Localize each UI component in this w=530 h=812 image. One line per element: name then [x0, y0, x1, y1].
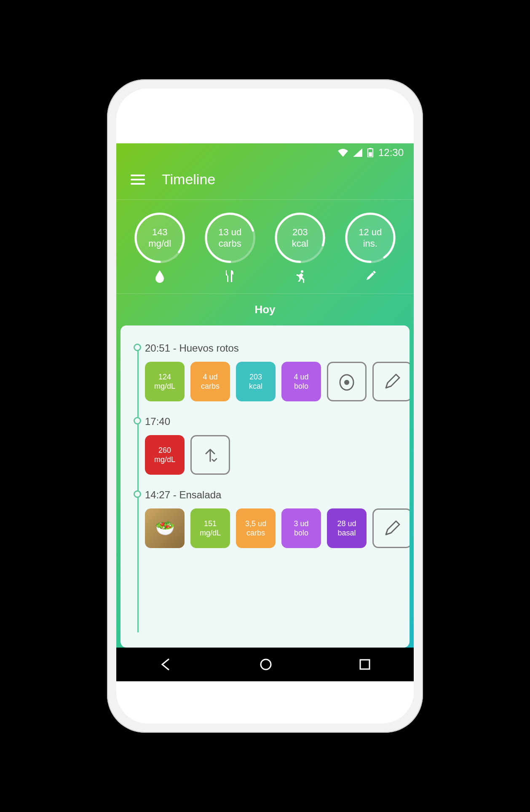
- date-header: Hoy: [116, 294, 414, 325]
- metric-chip[interactable]: 151 mg/dL: [190, 508, 230, 548]
- stat-ring: 12 ud ins.: [345, 212, 396, 263]
- stat-ring: 143 mg/dl: [134, 212, 185, 263]
- fork-knife-icon: [223, 269, 237, 283]
- page-title: Timeline: [162, 171, 215, 188]
- svg-point-9: [344, 380, 349, 385]
- timeline-entry: 14:27 - Ensalada 151 mg/dL 3,5 ud carbs …: [145, 489, 410, 548]
- stat-value: 13 ud: [218, 226, 241, 238]
- chip-value: 3,5 ud: [245, 519, 266, 529]
- stat-item[interactable]: 12 ud ins.: [345, 212, 396, 283]
- stat-unit: mg/dl: [148, 238, 171, 250]
- chip-row: 124 mg/dL 4 ud carbs 203 kcal 4 ud bolo: [145, 362, 410, 401]
- signal-icon: [353, 148, 362, 157]
- chip-unit: carbs: [246, 528, 265, 538]
- stat-unit: carbs: [219, 238, 241, 250]
- food-photo-chip[interactable]: [145, 508, 185, 548]
- metric-chip[interactable]: 3 ud bolo: [281, 508, 321, 548]
- timeline-entry: 20:51 - Huevos rotos 124 mg/dL 4 ud carb…: [145, 342, 410, 401]
- chip-value: 203: [249, 372, 262, 382]
- drop-icon: [153, 269, 167, 283]
- chip-value: 260: [158, 446, 171, 455]
- stats-row: 143 mg/dl 13 ud carbs 203 kcal: [116, 200, 414, 294]
- svg-point-3: [136, 214, 184, 262]
- metric-chip[interactable]: 260 mg/dL: [145, 435, 185, 475]
- svg-rect-2: [369, 148, 372, 149]
- chip-value: 4 ud: [203, 372, 217, 382]
- status-bar: 12:30: [116, 143, 414, 162]
- chip-unit: bolo: [294, 528, 308, 538]
- edit-chip[interactable]: [372, 362, 410, 401]
- stat-unit: ins.: [363, 238, 377, 250]
- svg-point-4: [206, 214, 254, 262]
- home-button[interactable]: [260, 658, 272, 671]
- chip-unit: kcal: [249, 382, 262, 391]
- status-time: 12:30: [378, 147, 404, 159]
- app-bar: Timeline: [116, 162, 414, 200]
- app-screen: 12:30 Timeline 143 mg/dl 13 ud carbs: [116, 143, 414, 681]
- svg-point-6: [301, 270, 303, 273]
- arrow-up-check-chip[interactable]: [190, 435, 230, 475]
- chip-unit: basal: [337, 528, 356, 538]
- syringe-icon: [363, 269, 377, 283]
- chip-value: 124: [158, 372, 171, 382]
- chip-row: 151 mg/dL 3,5 ud carbs 3 ud bolo 28 ud b…: [145, 508, 410, 548]
- timeline-dot: [134, 490, 141, 498]
- stat-unit: kcal: [292, 238, 308, 250]
- chip-unit: mg/dL: [154, 455, 175, 465]
- entry-title: 14:27 - Ensalada: [145, 489, 410, 501]
- chip-unit: mg/dL: [200, 528, 221, 538]
- chip-value: 3 ud: [294, 519, 308, 529]
- egg-chip[interactable]: [327, 362, 367, 401]
- chip-value: 4 ud: [294, 372, 308, 382]
- timeline-dot: [134, 344, 141, 351]
- stat-item[interactable]: 203 kcal: [275, 212, 325, 283]
- battery-icon: [367, 148, 373, 157]
- runner-icon: [293, 269, 307, 283]
- svg-rect-11: [360, 660, 369, 669]
- metric-chip[interactable]: 203 kcal: [236, 362, 276, 401]
- stat-value: 203: [292, 226, 308, 238]
- metric-chip[interactable]: 124 mg/dL: [145, 362, 185, 401]
- edit-chip[interactable]: [372, 508, 410, 548]
- android-navbar: [116, 648, 414, 681]
- metric-chip[interactable]: 3,5 ud carbs: [236, 508, 276, 548]
- entry-title: 20:51 - Huevos rotos: [145, 342, 410, 354]
- svg-point-10: [261, 659, 271, 669]
- chip-unit: mg/dL: [154, 382, 175, 391]
- stat-value: 12 ud: [359, 226, 382, 238]
- timeline-list: 20:51 - Huevos rotos 124 mg/dL 4 ud carb…: [133, 342, 410, 548]
- wifi-icon: [338, 148, 348, 157]
- svg-point-5: [276, 214, 324, 262]
- chip-unit: carbs: [201, 382, 219, 391]
- stat-value: 143: [152, 226, 168, 238]
- stat-ring: 203 kcal: [275, 212, 325, 263]
- chip-unit: bolo: [294, 382, 308, 391]
- svg-point-7: [346, 214, 394, 262]
- stat-item[interactable]: 13 ud carbs: [205, 212, 255, 283]
- stat-item[interactable]: 143 mg/dl: [134, 212, 185, 283]
- phone-frame: 12:30 Timeline 143 mg/dl 13 ud carbs: [107, 79, 423, 733]
- metric-chip[interactable]: 4 ud carbs: [190, 362, 230, 401]
- recent-button[interactable]: [359, 659, 370, 670]
- timeline-entry: 17:40 260 mg/dL: [145, 416, 410, 475]
- chip-value: 151: [204, 519, 217, 529]
- timeline-dot: [134, 417, 141, 425]
- timeline-card: 20:51 - Huevos rotos 124 mg/dL 4 ud carb…: [120, 325, 410, 648]
- metric-chip[interactable]: 4 ud bolo: [281, 362, 321, 401]
- chip-value: 28 ud: [337, 519, 356, 529]
- metric-chip[interactable]: 28 ud basal: [327, 508, 367, 548]
- back-button[interactable]: [160, 658, 172, 671]
- stat-ring: 13 ud carbs: [205, 212, 255, 263]
- entry-title: 17:40: [145, 416, 410, 428]
- svg-rect-1: [369, 152, 372, 156]
- chip-row: 260 mg/dL: [145, 435, 410, 475]
- menu-icon[interactable]: [131, 175, 145, 185]
